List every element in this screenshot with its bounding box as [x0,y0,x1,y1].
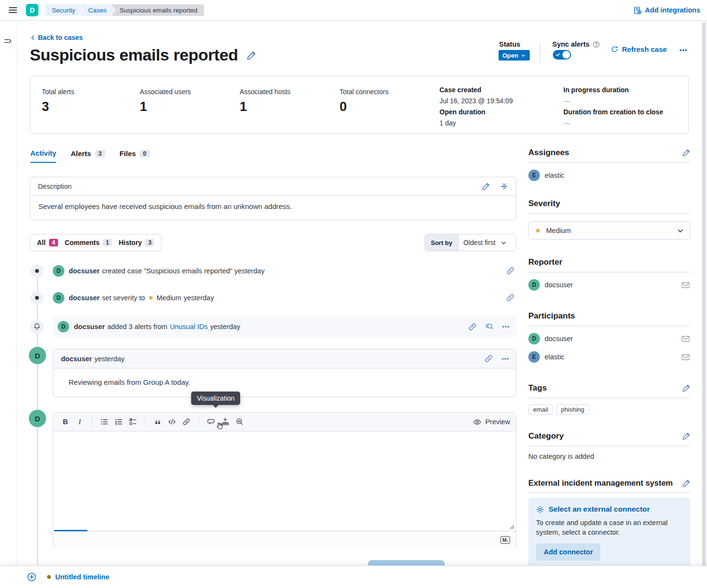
quote-icon[interactable] [151,416,164,428]
copy-link-icon[interactable] [468,323,476,331]
history-count-badge: 3 [145,239,154,246]
email-icon[interactable] [681,281,690,290]
italic-button[interactable]: I [73,416,86,428]
timeline-icon[interactable] [219,416,232,428]
collapse-description-icon[interactable] [500,183,508,190]
comment-textarea[interactable] [53,431,516,531]
user-avatar-docsuser: D [58,321,69,332]
add-connector-button[interactable]: Add connector [536,543,600,561]
help-icon[interactable] [593,41,600,48]
filter-comments[interactable]: Comments1 [65,239,112,246]
user-avatar-elastic: E [528,351,540,363]
status-dropdown-button[interactable]: Open [499,50,530,61]
sync-alerts-label: Sync alerts [552,40,600,48]
integrations-icon [634,6,642,14]
edit-category-icon[interactable] [683,432,690,440]
comment-icon[interactable] [205,416,217,428]
severity-select[interactable]: Medium [528,221,690,240]
breadcrumb-security[interactable]: Security [45,4,83,16]
case-stats-panel: Total alerts3 Associated users1 Associat… [30,76,689,134]
participants-section: Participants D docsuser E elastic [528,311,690,363]
investigate-in-timeline-icon[interactable] [485,323,493,331]
visualization-lens-icon[interactable] [233,416,246,428]
tags-title: Tags [528,383,547,393]
timeline-event-icon [30,291,44,305]
comment-text: Reviewing emails from Group A today. [53,368,516,397]
user-avatar-elastic: E [528,170,540,181]
link-icon[interactable] [180,416,193,428]
copy-link-icon[interactable] [506,267,514,275]
expand-flyout-icon[interactable] [4,37,12,45]
ordered-list-icon[interactable] [112,416,125,428]
edit-description-icon[interactable] [482,183,490,190]
reporter-section: Reporter D docsuser [528,257,690,291]
collapsed-nav-rail [0,21,17,566]
timeline-alert-icon [30,320,44,333]
filter-history[interactable]: History3 [119,239,154,246]
reporter-row: D docsuser [528,279,690,291]
comment-author: docsuser [61,355,92,363]
alert-actions-menu-icon[interactable] [502,323,510,331]
space-avatar[interactable]: D [26,4,38,16]
email-icon[interactable] [681,334,690,343]
bold-button[interactable]: B [59,416,72,428]
severity-medium-dot [536,229,540,233]
case-tabs: Activity Alerts3 Files0 [30,149,150,163]
untitled-timeline-link[interactable]: Untitled timeline [55,573,110,581]
sort-by-select[interactable]: Sort by Oldest first [425,234,516,251]
connector-callout: Select an external connector To create a… [528,498,690,568]
markdown-icon[interactable]: M↓ [500,536,510,544]
sync-alerts-toggle[interactable] [553,50,571,60]
edit-title-icon[interactable] [247,51,256,60]
email-icon[interactable] [681,353,690,362]
back-to-cases-link[interactable]: Back to cases [30,34,83,41]
preview-button[interactable]: Preview [473,418,510,426]
case-actions-menu-icon[interactable] [679,46,687,54]
task-list-icon[interactable] [127,416,139,428]
stat-durations: In progress duration — Duration from cre… [563,85,663,129]
page-scrollbar[interactable] [702,22,706,567]
user-avatar-docsuser: D [29,410,46,427]
assignees-section: Assignees E elastic [528,148,690,181]
assignee-row: E elastic [528,170,690,181]
user-avatar-docsuser: D [53,292,64,304]
check-icon [556,53,560,57]
comment-actions-menu-icon[interactable] [501,355,509,363]
eye-icon [473,418,481,426]
breadcrumb-current-case: Suspicious emails reported [111,4,204,16]
tab-alerts[interactable]: Alerts3 [71,149,105,162]
top-nav-bar: D Security Cases Suspicious emails repor… [0,0,707,21]
stat-total-alerts: Total alerts3 [42,88,74,114]
gear-icon [536,505,544,514]
description-title: Description [38,183,72,190]
select-connector-link[interactable]: Select an external connector [536,505,683,514]
reporter-title: Reporter [528,257,562,267]
tab-activity[interactable]: Activity [30,149,56,163]
resize-handle[interactable] [510,525,514,529]
alerts-count-badge: 3 [95,150,105,158]
menu-icon[interactable] [7,4,19,16]
filter-all[interactable]: All4 [37,239,58,246]
external-system-title: External incident management system [528,478,673,488]
refresh-case-button[interactable]: Refresh case [611,45,667,53]
editor-footer: M↓ [53,531,516,549]
timeline-event-alerts-added: D docsuser added 3 alerts from Unusual I… [53,316,516,337]
participant-row: D docsuser [528,333,690,344]
add-timeline-icon[interactable] [27,572,37,582]
edit-connector-icon[interactable] [683,479,690,487]
edit-assignees-icon[interactable] [683,149,690,157]
copy-link-icon[interactable] [506,294,514,302]
breadcrumb-cases[interactable]: Cases [80,4,114,16]
comments-count-badge: 1 [103,239,112,246]
edit-tags-icon[interactable] [683,384,690,392]
user-avatar-docsuser: D [528,333,540,344]
chevron-left-icon [30,35,36,41]
external-connector-section: External incident management system Sele… [528,478,690,568]
copy-link-icon[interactable] [485,355,493,363]
page-title: Suspicious emails reported [30,44,238,65]
unusual-ids-link[interactable]: Unusual IDs [170,323,207,331]
add-integrations-button[interactable]: Add integrations [634,6,700,14]
code-icon[interactable] [166,416,178,428]
unordered-list-icon[interactable] [98,416,110,428]
tab-files[interactable]: Files0 [120,149,150,162]
